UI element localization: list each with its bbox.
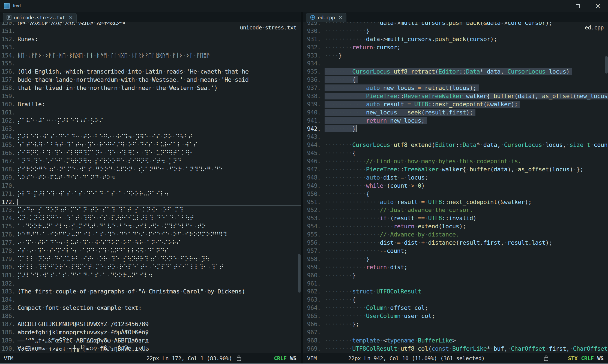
editor-left[interactable]: unicode-stress.txt 150.ሰው·እንደቤቱ·እንጅ·እንደ·… <box>0 22 301 353</box>
code-line[interactable]: 170. <box>0 182 301 190</box>
code-line[interactable]: 929.················data->multi_cursors.… <box>303 22 608 27</box>
code-line[interactable]: 165.⠱⠁⠞⠑⠧⠻·⠁⠃⠳⠞·⠹⠁⠞⠲·⡹⠑·⠗⠑⠛⠊⠌⠻·⠕⠋·⠙⠊⠎·⠃⠥… <box>0 141 301 149</box>
line-text: ················data->multi_cursors.push… <box>325 22 608 27</box>
code-line[interactable]: 189.–—‘“”„†•…‰™œŠŸž€·ΑΒΓΔΩαβγδω·АБВГДабв… <box>0 336 301 345</box>
code-line[interactable]: 931.············data->multi_cursors.push… <box>303 35 608 43</box>
code-line[interactable]: 941.············return·new_locus; <box>303 117 608 125</box>
code-line[interactable]: 936.········{ <box>303 76 608 84</box>
code-line[interactable]: 942.········} <box>303 125 608 133</box>
code-line[interactable]: 163. <box>0 125 301 133</box>
code-line[interactable]: 951.················auto·result·=·UTF8::… <box>303 198 608 206</box>
code-line[interactable]: 969.········UTF8ColResult·utf8_col(const… <box>303 345 608 353</box>
code-line[interactable]: 159. <box>0 92 301 100</box>
code-line[interactable]: 174.⠪⠝·⠅⠝⠪⠇⠫⠛⠑⠂·⠱⠁⠞·⠹⠻⠑·⠊⠎·⠏⠜⠞⠊⠊⠥⠇⠜⠇⠹·⠙⠑… <box>0 214 301 222</box>
line-text <box>325 59 608 68</box>
code-line[interactable]: 957.················--count; <box>303 247 608 255</box>
code-line[interactable]: 945.········{ <box>303 149 608 157</box>
code-line[interactable]: 955.················//·Advance·by·distan… <box>303 230 608 239</box>
code-line[interactable]: 153. <box>0 43 301 51</box>
code-line[interactable]: 959.············return·dist; <box>303 263 608 271</box>
code-line[interactable]: 946.············//·Find·out·how·many·byt… <box>303 157 608 165</box>
code-line[interactable]: 932.········return·cursor; <box>303 43 608 51</box>
code-line[interactable]: 952.················//·Just·advance·the·… <box>303 206 608 214</box>
code-line[interactable]: 190.∀∂∈ℝ∧∪≡∞·↑↗↨↻⇣·┐┼╔╘░►☺♀·ﬁ�⑀₂ἠḂӥẄɐː⍎א… <box>0 345 301 353</box>
code-line[interactable]: 937.············auto·new_locus·=·retract… <box>303 84 608 92</box>
code-line[interactable]: 940.············new_locus·=·seek(result.… <box>303 108 608 117</box>
code-line[interactable]: 161. <box>0 108 301 117</box>
code-line[interactable]: 177.⠔·⠹⠑·⠞⠗⠁⠙⠑⠲·⡃⠥⠞·⠹⠑·⠺⠊⠎⠙⠕⠍·⠕⠋·⠳⠗·⠁⠝⠊⠑… <box>0 239 301 247</box>
editor-right[interactable]: ed.cpp 929.················data->multi_c… <box>303 22 608 353</box>
code-line[interactable]: 179.⠩⠁⠇⠇·⠝⠕⠞·⠙⠊⠌⠥⠗⠃·⠊⠞⠂·⠕⠗·⠹⠑·⡊⠳⠝⠞⠗⠹⠰⠎·⠙… <box>0 255 301 263</box>
code-line[interactable]: 168.⡎⠊⠗⠕⠕⠛⠑⠰⠎·⠝⠁⠍⠑·⠺⠁⠎·⠛⠕⠕⠙·⠥⠏⠕⠝·⠰⡡⠁⠝⠛⠑⠂… <box>0 165 301 174</box>
code-line[interactable]: 184. <box>0 296 301 304</box>
code-line[interactable]: 939.············auto·result·=·UTF8::next… <box>303 100 608 108</box>
code-line[interactable]: 157.bude·thaem·lande·northweardum·with·t… <box>0 76 301 84</box>
code-line[interactable]: 954.····················return·extend(lo… <box>303 222 608 230</box>
code-line[interactable]: 934. <box>303 59 608 68</box>
code-line[interactable]: 935.········CursorLocus·utf8_retract(Edi… <box>303 68 608 76</box>
minimize-button[interactable] <box>547 0 568 12</box>
line-number: 950. <box>303 190 321 198</box>
scrollbar-thumb[interactable] <box>605 56 608 74</box>
line-number: 167. <box>0 157 15 165</box>
code-line[interactable]: 187.ABCDEFGHIJKLMNOPQRSTUVWXYZ·/01234567… <box>0 320 301 328</box>
code-line[interactable]: 164.⡍⠜⠇⠑⠹·⠺⠁⠎·⠙⠑⠁⠙⠒·⠞⠕·⠃⠑⠛⠔·⠺⠊⠹⠲·⡹⠻⠑·⠊⠎·… <box>0 133 301 141</box>
code-line[interactable]: 949.············while·(count·>·0) <box>303 182 608 190</box>
code-line[interactable]: 964.············Column·offset_col; <box>303 304 608 312</box>
code-line[interactable]: 173.⡍⠔⠙⠖·⡊·⠙⠕⠝⠰⠞·⠍⠑⠁⠝·⠞⠕·⠎⠁⠹·⠹⠁⠞·⡊·⠅⠝⠪⠂·… <box>0 206 301 214</box>
code-line[interactable]: 175.⠁·⠙⠕⠕⠗⠤⠝⠁⠊⠇⠲·⡊·⠍⠊⠣⠞·⠙⠁⠧⠑·⠃⠑⠲·⠔⠊⠇⠔⠫⠂·… <box>0 222 301 230</box>
code-line[interactable]: 158.that·he·lived·in·the·northern·land·n… <box>0 84 301 92</box>
code-line[interactable]: 966.········}; <box>303 320 608 328</box>
code-line[interactable]: 943. <box>303 133 608 141</box>
code-line[interactable]: 181.⡍⠜⠇⠑⠹·⠺⠁⠎·⠁⠎·⠙⠑⠁⠙·⠁⠎·⠁·⠙⠕⠕⠗⠤⠝⠁⠊⠇⠲ <box>0 271 301 280</box>
code-line[interactable]: 944.········CursorLocus·utf8_extend(Edit… <box>303 141 608 149</box>
code-line[interactable]: 162.⡌⠁⠧⠑·⠼⠁⠒··⡍⠜⠇⠑⠹⠰⠎·⡣⠕⠌ <box>0 117 301 125</box>
code-line[interactable]: 152.Runes: <box>0 35 301 43</box>
code-line[interactable]: 182. <box>0 280 301 288</box>
maximize-icon <box>576 4 580 8</box>
code-line[interactable]: 166.⠎⠊⠛⠝⠫·⠃⠹·⠹⠑·⠊⠇⠻⠛⠹⠍⠁⠝⠂·⠹⠑·⠊⠇⠻⠅⠂·⠹⠑·⠥⠝… <box>0 149 301 157</box>
code-line[interactable]: 172. <box>0 198 301 206</box>
close-button[interactable]: × <box>588 0 608 12</box>
code-line[interactable]: 186. <box>0 312 301 320</box>
code-line[interactable]: 962.········struct·UTF8ColResult <box>303 287 608 296</box>
tab-close-icon[interactable]: ✕ <box>339 15 343 20</box>
code-line[interactable]: 188.abcdefghijklmnopqrstuvwxyz·£©µÀÆÖÞßé… <box>0 328 301 336</box>
code-line[interactable]: 930.············} <box>303 27 608 35</box>
code-line[interactable]: 950.············{ <box>303 190 608 198</box>
code-line[interactable]: 167.⠁⠝⠙·⠹⠑·⠡⠊⠑⠋·⠍⠳⠗⠝⠻⠲·⡎⠊⠗⠕⠕⠛⠑·⠎⠊⠛⠝⠫·⠊⠞⠲… <box>0 157 301 165</box>
code-line[interactable]: 154.ᚻᛖ·ᚳᚹᚫᚦ·ᚦᚫᛏ·ᚻᛖ·ᛒᚢᛞᛖ·ᚩᚾ·ᚦᚫᛗ·ᛚᚪᚾᛞᛖ·ᚾᚩᚱ… <box>0 51 301 60</box>
code-line[interactable]: 963.········{ <box>303 296 608 304</box>
maximize-button[interactable] <box>568 0 588 12</box>
code-line[interactable]: 169.⠡⠕⠎⠑·⠞⠕·⠏⠥⠞·⠙⠊⠎·⠙⠁⠝⠙·⠞⠕⠲ <box>0 174 301 182</box>
code-line[interactable]: 176.⠗⠑⠛⠜⠙·⠁·⠊⠕⠋⠋⠔⠤⠝⠁⠊⠇·⠁⠎·⠹⠑·⠙⠑⠁⠙⠑⠌·⠏⠊⠑⠊… <box>0 230 301 239</box>
line-text: ············} <box>325 27 608 35</box>
code-line[interactable]: 933.····} <box>303 51 608 60</box>
scrollbar-thumb[interactable] <box>298 254 301 293</box>
pane-ed-cpp: ed.cpp ✕ ed.cpp 929.················data… <box>303 12 608 363</box>
code-line[interactable]: 938.············PieceTree::ReverseTreeWa… <box>303 92 608 100</box>
tab-unicode-stress[interactable]: unicode-stress.txt ✕ <box>3 13 77 22</box>
pane-divider[interactable] <box>301 12 303 363</box>
code-line[interactable]: 183.(The·first·couple·of·paragraphs·of·"… <box>0 287 301 296</box>
code-line[interactable]: 948.············auto·dist·=·locus; <box>303 174 608 182</box>
code-line[interactable]: 947.············PieceTree::TreeWalker·wa… <box>303 165 608 174</box>
tab-ed-cpp[interactable]: ed.cpp ✕ <box>306 13 346 22</box>
code-line[interactable]: 160.Braille: <box>0 100 301 108</box>
code-line[interactable]: 156.(Old·English,·which·transcribed·into… <box>0 68 301 76</box>
code-line[interactable]: 965.············UserColumn·user_col; <box>303 312 608 320</box>
code-line[interactable]: 953.················if·(result·==·UTF8::… <box>303 214 608 222</box>
code-line[interactable]: 180.⠺⠊⠇⠇·⠹⠻⠑⠋⠕⠗⠑·⠏⠻⠍⠊⠞·⠍⠑·⠞⠕·⠗⠑⠏⠑⠁⠞⠂·⠑⠍⠏… <box>0 263 301 271</box>
code-line[interactable]: 958.············} <box>303 255 608 263</box>
code-line[interactable]: 968.········template·<typename·BufferLik… <box>303 336 608 345</box>
code-line[interactable]: 967. <box>303 328 608 336</box>
code-line[interactable]: 960.········} <box>303 271 608 280</box>
code-line[interactable]: 961. <box>303 280 608 288</box>
line-text: (The·first·couple·of·paragraphs·of·"A·Ch… <box>17 287 301 296</box>
code-line[interactable]: 171.⡕⠇⠙·⡍⠜⠇⠑⠹·⠺⠁⠎·⠁⠎·⠙⠑⠁⠙·⠁⠎·⠁·⠙⠕⠕⠗⠤⠝⠁⠊⠇… <box>0 190 301 198</box>
code-line[interactable]: 185.Compact·font·selection·example·text: <box>0 304 301 312</box>
code-line[interactable]: 956.················dist·=·dist·+·distan… <box>303 239 608 247</box>
tab-close-icon[interactable]: ✕ <box>69 15 73 20</box>
code-line[interactable]: 155. <box>0 59 301 68</box>
code-line[interactable]: 178.⠊⠎·⠔·⠹⠑·⠎⠊⠍⠊⠇⠑⠆·⠁⠝⠙·⠍⠹·⠥⠝⠙⠁⠇⠇⠪⠫·⠙⠁⠝⠙… <box>0 247 301 255</box>
